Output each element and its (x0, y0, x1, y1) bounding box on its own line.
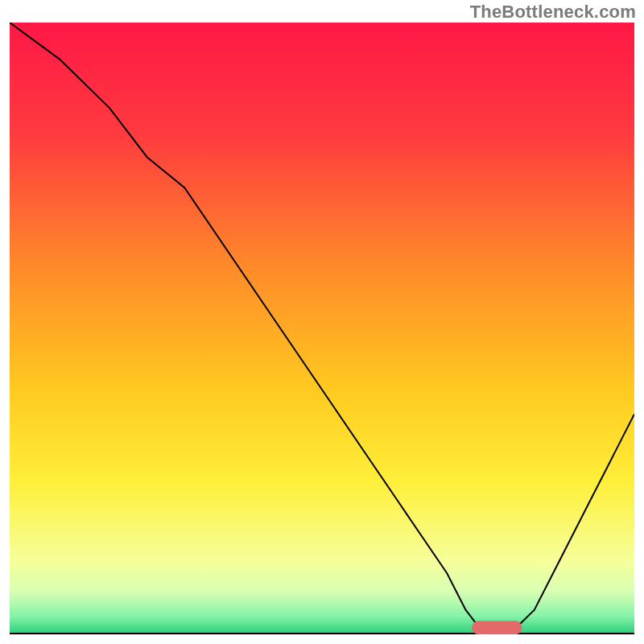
chart-plot-area (10, 23, 634, 634)
watermark-text: TheBottleneck.com (470, 2, 636, 23)
chart-frame: TheBottleneck.com (0, 0, 644, 644)
optimal-range-marker (472, 621, 522, 634)
gradient-background (10, 23, 634, 634)
chart-svg (10, 23, 634, 634)
